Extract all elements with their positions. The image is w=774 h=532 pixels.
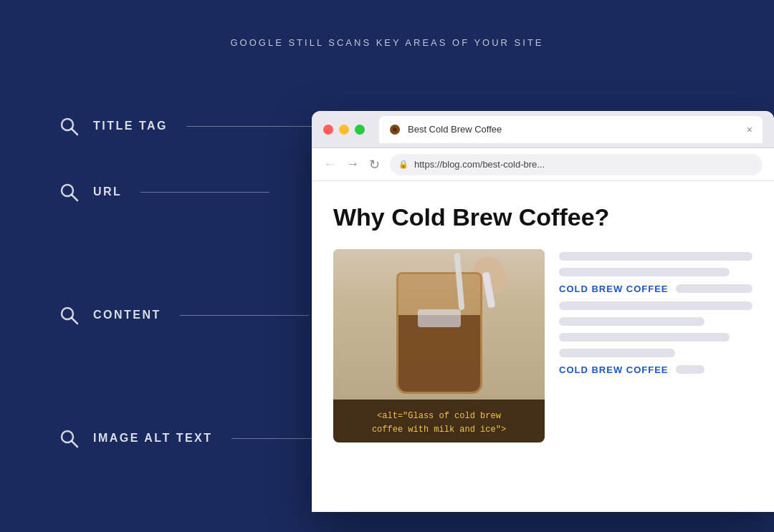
keyword-spacer-1 (676, 284, 753, 293)
keyword-row-2: COLD BREW COFFEE (559, 364, 752, 375)
image-alt-label: IMAGE ALT TEXT (93, 432, 213, 445)
text-line-5 (559, 333, 730, 342)
svg-line-5 (72, 318, 77, 324)
browser-window: Best Cold Brew Coffee × ← → ↻ 🔒 https://… (312, 111, 774, 512)
svg-point-9 (393, 127, 397, 132)
svg-line-7 (72, 441, 77, 447)
jar-ice (418, 309, 461, 327)
lock-icon: 🔒 (398, 160, 408, 169)
keyword-spacer-2 (676, 365, 704, 374)
text-line-6 (559, 349, 675, 357)
alt-text-line2: coffee with milk and ice"> (345, 423, 533, 437)
jar-straw (454, 253, 464, 310)
tab-close-button[interactable]: × (747, 124, 752, 135)
text-line-2 (559, 268, 730, 276)
svg-line-3 (72, 195, 77, 200)
page-header: GOOGLE STILL SCANS KEY AREAS OF YOUR SIT… (0, 0, 774, 48)
keyword-highlight-1: COLD BREW COFFEE (559, 284, 669, 294)
back-button[interactable]: ← (323, 157, 336, 172)
address-bar[interactable]: 🔒 https://blog.com/best-cold-bre... (390, 154, 763, 175)
traffic-lights (323, 125, 365, 135)
browser-addressbar: ← → ↻ 🔒 https://blog.com/best-cold-bre..… (312, 148, 774, 181)
content-area: <alt="Glass of cold brew coffee with mil… (333, 249, 752, 442)
minimize-dot[interactable] (339, 125, 349, 135)
browser-titlebar: Best Cold Brew Coffee × (312, 111, 774, 148)
content-line (180, 315, 309, 316)
search-icon-image-alt (57, 427, 80, 450)
browser-content: Why Cold Brew Coffee? <alt="Glass of (312, 181, 774, 512)
alt-text-line1: <alt="Glass of cold brew (345, 410, 533, 423)
title-tag-line (186, 126, 315, 127)
page-heading: Why Cold Brew Coffee? (333, 203, 752, 232)
keyword-highlight-2: COLD BREW COFFEE (559, 364, 669, 375)
right-content: COLD BREW COFFEE COLD BREW COFFEE (559, 249, 752, 442)
content-label: CONTENT (93, 309, 161, 321)
reload-button[interactable]: ↻ (369, 157, 380, 173)
search-icon-title-tag (57, 115, 80, 137)
svg-line-1 (72, 129, 77, 135)
browser-tab[interactable]: Best Cold Brew Coffee × (379, 116, 763, 143)
title-tag-label: TITLE TAG (93, 120, 168, 132)
text-line-3 (559, 301, 752, 310)
text-line-4 (559, 317, 704, 326)
close-dot[interactable] (323, 125, 333, 135)
keyword-row-1: COLD BREW COFFEE (559, 284, 752, 294)
coffee-jar (396, 272, 482, 394)
coffee-image-container: <alt="Glass of cold brew coffee with mil… (333, 249, 545, 442)
url-text: https://blog.com/best-cold-bre... (414, 159, 545, 170)
maximize-dot[interactable] (355, 125, 365, 135)
search-icon-content (57, 304, 80, 327)
url-line (140, 192, 269, 193)
alt-text-overlay: <alt="Glass of cold brew coffee with mil… (333, 400, 545, 442)
forward-button[interactable]: → (346, 157, 359, 172)
text-line-1 (559, 252, 752, 261)
url-label: URL (93, 185, 122, 198)
coffee-photo (333, 249, 545, 400)
search-icon-url (57, 180, 80, 203)
tab-title: Best Cold Brew Coffee (408, 124, 740, 135)
tab-favicon (389, 124, 401, 135)
